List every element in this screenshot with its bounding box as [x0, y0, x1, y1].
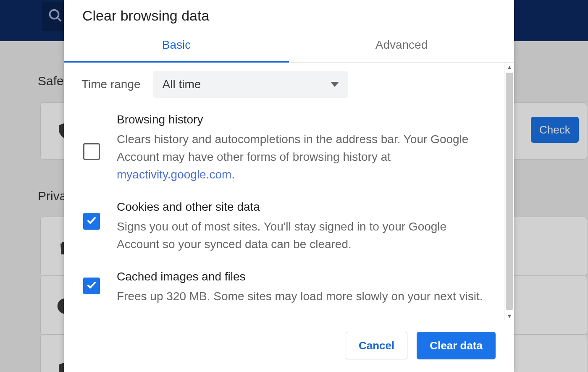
cancel-button[interactable]: Cancel [346, 332, 407, 359]
clear-data-button[interactable]: Clear data [417, 332, 496, 359]
option-cookies: Cookies and other site data Signs you ou… [81, 200, 487, 253]
option-title: Cookies and other site data [117, 200, 487, 214]
time-range-select[interactable]: All time [153, 71, 348, 98]
dialog-title: Clear browsing data [64, 0, 514, 28]
dialog-tabs: Basic Advanced [64, 28, 514, 63]
option-browsing-history: Browsing history Clears history and auto… [81, 113, 487, 183]
dialog-scrollbar[interactable]: ▴ ▾ [504, 63, 514, 320]
option-cache: Cached images and files Frees up 320 MB.… [81, 270, 487, 305]
tab-advanced[interactable]: Advanced [289, 28, 514, 62]
checkbox-cache[interactable] [83, 278, 100, 294]
chevron-down-icon [331, 82, 339, 87]
time-range-row: Time range All time [81, 71, 487, 98]
checkmark-icon [87, 215, 97, 227]
time-range-value: All time [163, 78, 201, 91]
dialog-body: Time range All time Browsing history Cle… [64, 63, 504, 320]
myactivity-link[interactable]: myactivity.google.com [117, 168, 231, 181]
option-description: Signs you out of most sites. You'll stay… [117, 218, 487, 253]
scroll-down-arrow-icon[interactable]: ▾ [505, 312, 514, 320]
time-range-label: Time range [81, 78, 141, 91]
tab-basic[interactable]: Basic [64, 28, 289, 62]
checkbox-browsing-history[interactable] [83, 143, 100, 160]
checkmark-icon [87, 280, 97, 292]
option-description: Frees up 320 MB. Some sites may load mor… [117, 288, 487, 305]
option-description: Clears history and autocompletions in th… [117, 131, 487, 183]
clear-browsing-data-dialog: Clear browsing data Basic Advanced Time … [64, 0, 514, 372]
dialog-footer: Cancel Clear data [64, 320, 514, 372]
checkbox-cookies[interactable] [83, 213, 100, 230]
option-title: Browsing history [117, 113, 487, 126]
scroll-up-arrow-icon[interactable]: ▴ [505, 63, 514, 71]
scroll-thumb[interactable] [506, 73, 513, 310]
option-title: Cached images and files [117, 270, 487, 283]
